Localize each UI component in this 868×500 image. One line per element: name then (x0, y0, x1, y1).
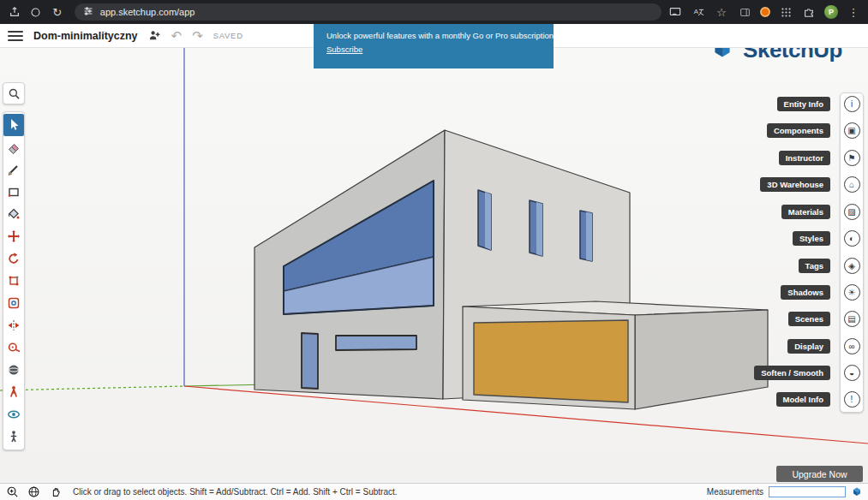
entry-door[interactable] (302, 333, 318, 389)
sketchup-cube-icon (851, 486, 863, 498)
panel-soften-smooth: Soften / Smooth ◒ (754, 362, 864, 383)
styles-icon[interactable]: ◐ (840, 230, 864, 247)
scenes-icon[interactable]: ▤ (840, 311, 864, 327)
subscription-banner: Unlock powerful features with a monthly … (314, 24, 554, 68)
panel-label: Components (767, 123, 830, 138)
subscribe-link[interactable]: Subscribe (326, 45, 362, 54)
tool-shapes[interactable] (3, 181, 24, 203)
tags-icon[interactable]: ◈ (840, 258, 864, 274)
measurements-group: Measurements (707, 486, 863, 498)
tool-position-camera[interactable] (3, 426, 24, 448)
tool-flip[interactable] (3, 314, 24, 336)
green-axis-negative (0, 386, 184, 390)
undo-icon[interactable]: ↶ (171, 28, 183, 44)
site-settings-icon[interactable] (83, 4, 93, 20)
panel-styles: Styles ◐ (793, 228, 864, 248)
panel-tags: Tags ◈ (799, 255, 864, 276)
url-text: app.sketchup.com/app (100, 7, 195, 17)
tool-line[interactable] (3, 158, 24, 181)
svg-text:A: A (694, 8, 699, 15)
garage-wing-right-wall[interactable] (635, 310, 768, 409)
tool-orbit[interactable] (3, 359, 24, 381)
banner-message: Unlock powerful features with a monthly … (326, 31, 541, 40)
panel-components: Components ▣ (767, 120, 864, 140)
display-icon[interactable]: ∞ (840, 338, 864, 354)
strip-window[interactable] (336, 336, 416, 350)
3d-warehouse-icon[interactable]: ⌂ (840, 176, 864, 193)
menu-kebab-icon[interactable]: ⋮ (846, 4, 861, 20)
model-info-icon[interactable]: ! (840, 391, 864, 408)
measurements-input[interactable] (769, 486, 846, 497)
instructor-icon[interactable]: ⚑ (840, 150, 864, 166)
tool-move[interactable] (3, 225, 24, 247)
cast-icon[interactable] (667, 4, 683, 20)
components-icon[interactable]: ▣ (840, 122, 864, 139)
panel-entity-info: Entity Info i (777, 93, 864, 114)
screen: ↻ app.sketchup.com/app A ☆ (0, 0, 868, 500)
extensions-puzzle-icon[interactable] (801, 4, 817, 20)
panel-label: Instructor (779, 151, 830, 165)
panel-3d-warehouse: 3D Warehouse ⌂ (760, 174, 864, 194)
tool-walk[interactable] (3, 381, 24, 403)
panel-label: Scenes (788, 312, 830, 326)
tool-rotate[interactable] (3, 247, 24, 270)
measurements-label: Measurements (707, 487, 763, 497)
front-window-2-glass[interactable] (536, 202, 542, 256)
address-bar[interactable]: app.sketchup.com/app (75, 3, 661, 21)
globe-icon[interactable] (27, 485, 41, 499)
panel-label: Tags (799, 259, 830, 273)
soften-smooth-icon[interactable]: ◒ (840, 365, 864, 381)
shadows-icon[interactable]: ☀ (840, 284, 864, 301)
model-viewport[interactable] (0, 48, 868, 483)
model-canvas[interactable] (0, 48, 868, 483)
panel-label: Soften / Smooth (754, 366, 830, 380)
translate-icon[interactable]: A (691, 4, 706, 20)
save-status: SAVED (213, 31, 243, 40)
panel-instructor: Instructor ⚑ (779, 147, 864, 168)
panel-label: Shadows (781, 285, 830, 300)
tool-scale[interactable] (3, 270, 24, 292)
panel-icon[interactable] (737, 4, 752, 20)
apps-grid-icon[interactable] (778, 4, 793, 20)
front-window-1-glass[interactable] (485, 192, 491, 250)
panel-display: Display ∞ (787, 336, 864, 356)
zoom-status-icon[interactable] (5, 485, 20, 499)
panel-label: Materials (781, 205, 830, 219)
add-person-icon[interactable] (148, 29, 161, 42)
panel-scenes: Scenes ▤ (788, 308, 864, 329)
status-hint-text: Click or drag to select objects. Shift =… (73, 487, 398, 497)
tool-paint-bucket[interactable] (3, 203, 24, 225)
tool-select[interactable] (3, 114, 24, 136)
hamburger-menu-icon[interactable] (8, 31, 23, 41)
browser-chrome: ↻ app.sketchup.com/app A ☆ (0, 0, 868, 24)
garage-door[interactable] (474, 320, 628, 402)
tool-search[interactable] (3, 82, 25, 104)
panel-label: Styles (793, 231, 830, 246)
redo-icon[interactable]: ↷ (192, 28, 203, 44)
refresh-icon[interactable]: ↻ (50, 4, 65, 20)
pan-hand-icon[interactable] (48, 485, 63, 499)
tool-tape-measure[interactable] (3, 336, 24, 359)
record-icon[interactable] (28, 4, 44, 20)
profile-avatar[interactable]: P (824, 5, 838, 19)
tool-eraser[interactable] (3, 136, 24, 158)
panel-model-info: Model Info ! (776, 389, 865, 409)
panel-label: Model Info (776, 392, 831, 407)
status-bar: Click or drag to select objects. Shift =… (0, 483, 868, 500)
materials-icon[interactable]: ▨ (840, 204, 864, 220)
panel-label: 3D Warehouse (760, 177, 830, 192)
house-model[interactable] (254, 130, 768, 409)
bookmark-star-icon[interactable]: ☆ (714, 4, 729, 20)
entity-info-icon[interactable]: i (840, 96, 864, 112)
panel-shadows: Shadows ☀ (781, 282, 864, 302)
front-window-3-glass[interactable] (586, 212, 592, 262)
share-icon[interactable] (7, 4, 22, 20)
panel-label: Entity Info (777, 97, 830, 111)
recording-indicator[interactable] (760, 7, 770, 17)
tool-look-around[interactable] (3, 403, 24, 426)
drawing-toolbar (3, 111, 25, 450)
document-title[interactable]: Dom-minimalityczny (33, 30, 138, 42)
panel-materials: Materials ▨ (781, 201, 864, 222)
tool-offset[interactable] (3, 292, 24, 314)
upgrade-now-button[interactable]: Upgrade Now (776, 466, 863, 482)
